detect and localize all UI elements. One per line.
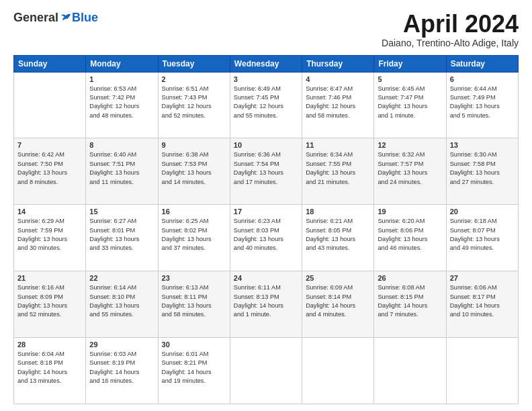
day-number: 27 xyxy=(450,274,515,282)
day-number: 11 xyxy=(306,141,370,149)
day-number: 13 xyxy=(450,141,515,149)
day-info: Sunrise: 6:47 AMSunset: 7:46 PMDaylight:… xyxy=(306,85,370,120)
day-info: Sunrise: 6:23 AMSunset: 8:03 PMDaylight:… xyxy=(234,217,298,253)
calendar-cell: 29Sunrise: 6:03 AMSunset: 8:19 PMDayligh… xyxy=(86,338,158,404)
day-number: 25 xyxy=(306,274,370,282)
day-number: 16 xyxy=(162,208,226,216)
title-block: April 2024 Daiano, Trentino-Alto Adige, … xyxy=(382,11,519,48)
day-number: 7 xyxy=(17,141,82,149)
day-number: 22 xyxy=(89,274,154,282)
calendar-cell: 20Sunrise: 6:18 AMSunset: 8:07 PMDayligh… xyxy=(446,205,518,271)
location-subtitle: Daiano, Trentino-Alto Adige, Italy xyxy=(382,38,519,48)
day-info: Sunrise: 6:13 AMSunset: 8:11 PMDaylight:… xyxy=(162,283,226,319)
day-info: Sunrise: 6:09 AMSunset: 8:14 PMDaylight:… xyxy=(306,283,370,319)
header: General Blue April 2024 Daiano, Trentino… xyxy=(13,11,519,48)
day-info: Sunrise: 6:38 AMSunset: 7:53 PMDaylight:… xyxy=(162,150,226,186)
day-number: 23 xyxy=(162,274,226,282)
day-info: Sunrise: 6:53 AMSunset: 7:42 PMDaylight:… xyxy=(89,85,154,120)
day-number: 9 xyxy=(162,141,226,149)
logo-blue: Blue xyxy=(72,11,98,25)
calendar-table: SundayMondayTuesdayWednesdayThursdayFrid… xyxy=(13,55,519,404)
logo: General Blue xyxy=(13,11,98,25)
day-number: 21 xyxy=(17,274,82,282)
day-header-saturday: Saturday xyxy=(446,55,518,72)
calendar-cell: 25Sunrise: 6:09 AMSunset: 8:14 PMDayligh… xyxy=(302,271,374,338)
day-info: Sunrise: 6:16 AMSunset: 8:09 PMDaylight:… xyxy=(17,283,82,319)
calendar-cell: 4Sunrise: 6:47 AMSunset: 7:46 PMDaylight… xyxy=(302,72,374,138)
day-header-monday: Monday xyxy=(86,55,158,72)
calendar-cell: 23Sunrise: 6:13 AMSunset: 8:11 PMDayligh… xyxy=(158,271,230,338)
calendar-cell: 12Sunrise: 6:32 AMSunset: 7:57 PMDayligh… xyxy=(374,138,446,205)
calendar-cell: 26Sunrise: 6:08 AMSunset: 8:15 PMDayligh… xyxy=(374,271,446,338)
day-info: Sunrise: 6:25 AMSunset: 8:02 PMDaylight:… xyxy=(162,217,226,253)
logo-general: General xyxy=(13,11,58,25)
day-number: 3 xyxy=(234,75,298,83)
calendar-cell: 10Sunrise: 6:36 AMSunset: 7:54 PMDayligh… xyxy=(230,138,302,205)
calendar-cell: 28Sunrise: 6:04 AMSunset: 8:18 PMDayligh… xyxy=(14,338,86,404)
calendar-cell: 16Sunrise: 6:25 AMSunset: 8:02 PMDayligh… xyxy=(158,205,230,271)
calendar-cell: 13Sunrise: 6:30 AMSunset: 7:58 PMDayligh… xyxy=(446,138,518,205)
day-info: Sunrise: 6:29 AMSunset: 7:59 PMDaylight:… xyxy=(17,217,82,253)
day-number: 6 xyxy=(450,75,515,83)
day-info: Sunrise: 6:45 AMSunset: 7:47 PMDaylight:… xyxy=(378,85,442,120)
day-number: 18 xyxy=(306,208,370,216)
day-info: Sunrise: 6:14 AMSunset: 8:10 PMDaylight:… xyxy=(89,283,154,319)
day-number: 10 xyxy=(234,141,298,149)
calendar-cell: 9Sunrise: 6:38 AMSunset: 7:53 PMDaylight… xyxy=(158,138,230,205)
day-info: Sunrise: 6:01 AMSunset: 8:21 PMDaylight:… xyxy=(162,350,226,385)
day-number: 4 xyxy=(306,75,370,83)
day-info: Sunrise: 6:32 AMSunset: 7:57 PMDaylight:… xyxy=(378,150,442,186)
calendar-cell: 5Sunrise: 6:45 AMSunset: 7:47 PMDaylight… xyxy=(374,72,446,138)
day-number: 15 xyxy=(89,208,154,216)
day-info: Sunrise: 6:08 AMSunset: 8:15 PMDaylight:… xyxy=(378,283,442,319)
day-info: Sunrise: 6:34 AMSunset: 7:55 PMDaylight:… xyxy=(306,150,370,186)
day-number: 2 xyxy=(162,75,226,83)
calendar-cell: 21Sunrise: 6:16 AMSunset: 8:09 PMDayligh… xyxy=(14,271,86,338)
calendar-cell: 11Sunrise: 6:34 AMSunset: 7:55 PMDayligh… xyxy=(302,138,374,205)
day-number: 30 xyxy=(162,340,226,349)
calendar-cell: 22Sunrise: 6:14 AMSunset: 8:10 PMDayligh… xyxy=(86,271,158,338)
calendar-cell: 18Sunrise: 6:21 AMSunset: 8:05 PMDayligh… xyxy=(302,205,374,271)
day-info: Sunrise: 6:27 AMSunset: 8:01 PMDaylight:… xyxy=(89,217,154,253)
day-info: Sunrise: 6:18 AMSunset: 8:07 PMDaylight:… xyxy=(450,217,515,253)
month-title: April 2024 xyxy=(382,11,519,38)
calendar-cell xyxy=(230,338,302,404)
day-number: 12 xyxy=(378,141,442,149)
day-info: Sunrise: 6:06 AMSunset: 8:17 PMDaylight:… xyxy=(450,283,515,319)
day-number: 26 xyxy=(378,274,442,282)
calendar-cell: 6Sunrise: 6:44 AMSunset: 7:49 PMDaylight… xyxy=(446,72,518,138)
calendar-cell: 7Sunrise: 6:42 AMSunset: 7:50 PMDaylight… xyxy=(14,138,86,205)
day-number: 8 xyxy=(89,141,154,149)
day-header-friday: Friday xyxy=(374,55,446,72)
page: General Blue April 2024 Daiano, Trentino… xyxy=(0,0,532,411)
day-header-wednesday: Wednesday xyxy=(230,55,302,72)
day-info: Sunrise: 6:42 AMSunset: 7:50 PMDaylight:… xyxy=(17,150,82,186)
day-number: 14 xyxy=(17,208,82,216)
calendar-cell: 1Sunrise: 6:53 AMSunset: 7:42 PMDaylight… xyxy=(86,72,158,138)
calendar-cell xyxy=(14,72,86,138)
calendar-cell: 3Sunrise: 6:49 AMSunset: 7:45 PMDaylight… xyxy=(230,72,302,138)
calendar-cell: 14Sunrise: 6:29 AMSunset: 7:59 PMDayligh… xyxy=(14,205,86,271)
day-info: Sunrise: 6:03 AMSunset: 8:19 PMDaylight:… xyxy=(89,350,154,385)
day-number: 5 xyxy=(378,75,442,83)
day-info: Sunrise: 6:21 AMSunset: 8:05 PMDaylight:… xyxy=(306,217,370,253)
day-info: Sunrise: 6:04 AMSunset: 8:18 PMDaylight:… xyxy=(17,350,82,385)
day-number: 28 xyxy=(17,340,82,349)
day-number: 17 xyxy=(234,208,298,216)
day-number: 24 xyxy=(234,274,298,282)
calendar-cell: 27Sunrise: 6:06 AMSunset: 8:17 PMDayligh… xyxy=(446,271,518,338)
day-info: Sunrise: 6:11 AMSunset: 8:13 PMDaylight:… xyxy=(234,283,298,319)
day-header-thursday: Thursday xyxy=(302,55,374,72)
day-info: Sunrise: 6:30 AMSunset: 7:58 PMDaylight:… xyxy=(450,150,515,186)
day-info: Sunrise: 6:36 AMSunset: 7:54 PMDaylight:… xyxy=(234,150,298,186)
calendar-cell xyxy=(302,338,374,404)
bird-icon xyxy=(60,12,72,24)
day-info: Sunrise: 6:49 AMSunset: 7:45 PMDaylight:… xyxy=(234,85,298,120)
day-number: 29 xyxy=(89,340,154,349)
calendar-cell xyxy=(446,338,518,404)
calendar-cell: 2Sunrise: 6:51 AMSunset: 7:43 PMDaylight… xyxy=(158,72,230,138)
day-header-tuesday: Tuesday xyxy=(158,55,230,72)
day-number: 1 xyxy=(89,75,154,83)
day-info: Sunrise: 6:20 AMSunset: 8:06 PMDaylight:… xyxy=(378,217,442,253)
calendar-cell: 17Sunrise: 6:23 AMSunset: 8:03 PMDayligh… xyxy=(230,205,302,271)
